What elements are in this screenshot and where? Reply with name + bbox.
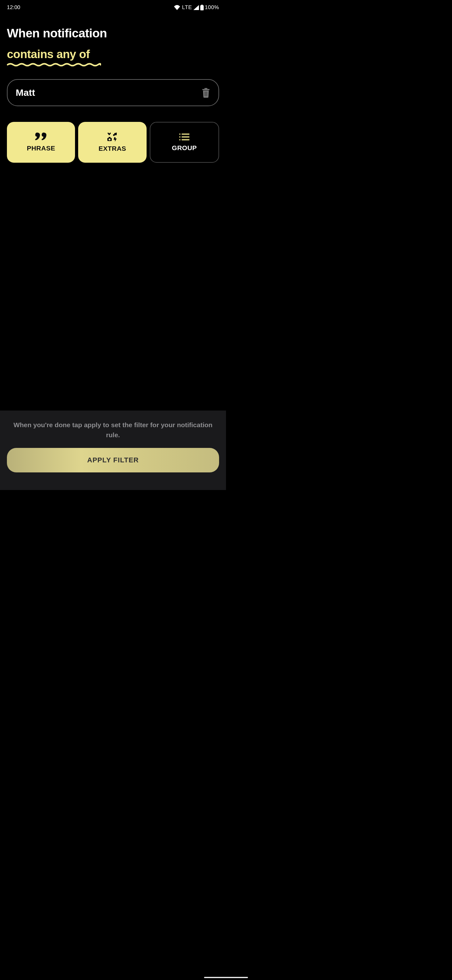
status-indicators: LTE 100% bbox=[174, 5, 219, 11]
status-bar: 12:00 LTE 100% bbox=[0, 0, 226, 14]
footer-hint: When you're done tap apply to set the fi… bbox=[7, 420, 219, 440]
svg-rect-4 bbox=[205, 92, 205, 96]
cellular-icon bbox=[193, 5, 199, 10]
svg-point-10 bbox=[179, 134, 181, 135]
svg-rect-3 bbox=[205, 88, 207, 89]
svg-point-8 bbox=[109, 138, 111, 140]
filter-type-row: PHRASE EXTRAS bbox=[7, 122, 219, 163]
svg-point-12 bbox=[179, 136, 181, 138]
svg-rect-2 bbox=[203, 89, 210, 90]
network-label: LTE bbox=[182, 5, 192, 11]
condition-label: contains any of bbox=[7, 48, 90, 61]
page-title: When notification bbox=[7, 26, 219, 40]
delete-keyword-button[interactable] bbox=[201, 88, 210, 98]
battery-icon bbox=[200, 5, 204, 10]
phrase-label: PHRASE bbox=[27, 145, 55, 152]
extras-label: EXTRAS bbox=[98, 145, 126, 152]
svg-point-14 bbox=[179, 139, 181, 140]
svg-rect-5 bbox=[206, 92, 206, 96]
svg-rect-9 bbox=[109, 137, 111, 138]
svg-rect-1 bbox=[201, 5, 203, 6]
battery-label: 100% bbox=[205, 5, 219, 11]
squiggle-underline-icon bbox=[7, 63, 101, 67]
main-content: When notification contains any of Matt bbox=[0, 14, 226, 410]
wifi-icon bbox=[174, 5, 180, 10]
keyword-text: Matt bbox=[16, 88, 35, 98]
trash-icon bbox=[201, 88, 210, 98]
footer: When you're done tap apply to set the fi… bbox=[0, 410, 226, 490]
condition-selector[interactable]: contains any of bbox=[7, 48, 101, 67]
phrase-button[interactable]: PHRASE bbox=[7, 122, 75, 163]
extras-button[interactable]: EXTRAS bbox=[78, 122, 146, 163]
status-time: 12:00 bbox=[7, 5, 21, 11]
apply-filter-button[interactable]: APPLY FILTER bbox=[7, 448, 219, 473]
keyword-chip[interactable]: Matt bbox=[7, 79, 219, 106]
list-icon bbox=[179, 133, 190, 141]
quote-icon bbox=[35, 132, 47, 142]
group-button[interactable]: GROUP bbox=[150, 122, 219, 163]
group-label: GROUP bbox=[172, 144, 197, 152]
svg-rect-6 bbox=[206, 92, 207, 96]
extras-icon bbox=[107, 132, 118, 142]
svg-rect-0 bbox=[200, 5, 204, 10]
